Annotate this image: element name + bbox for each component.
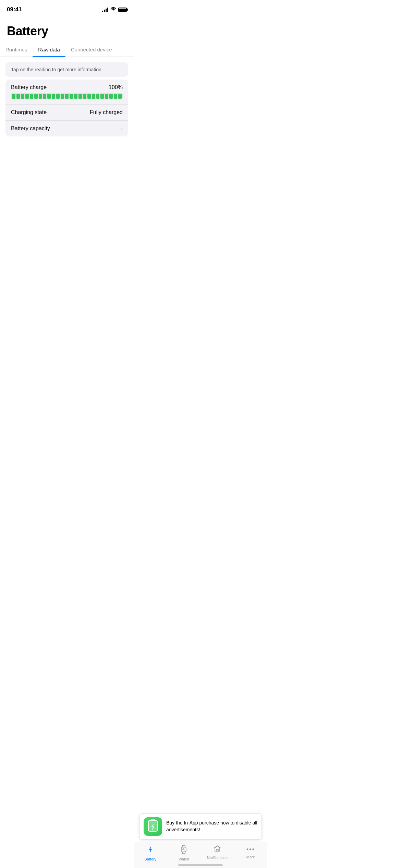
charging-state-label: Charging state [11, 109, 47, 116]
seg10 [52, 94, 55, 99]
seg11 [56, 94, 60, 99]
tab-runtimes[interactable]: Runtimes [0, 43, 33, 57]
chevron-right-icon: › [121, 126, 123, 131]
seg14 [70, 94, 73, 99]
signal-bars-icon [102, 7, 108, 12]
battery-capacity-label: Battery capacity [11, 125, 50, 132]
tab-rawdata[interactable]: Raw data [33, 43, 65, 57]
tab-connecteddevice[interactable]: Connected device [65, 43, 118, 57]
page-title: Battery [7, 24, 127, 38]
seg12 [61, 94, 64, 99]
seg20 [96, 94, 100, 99]
battery-capacity-row[interactable]: Battery capacity › [5, 121, 128, 136]
seg2 [16, 94, 20, 99]
seg21 [100, 94, 104, 99]
seg16 [78, 94, 82, 99]
seg23 [109, 94, 113, 99]
seg6 [34, 94, 38, 99]
seg3 [21, 94, 24, 99]
seg9 [47, 94, 51, 99]
data-card: Battery charge 100% [5, 80, 128, 136]
battery-charge-label: Battery charge [11, 84, 47, 91]
seg22 [105, 94, 108, 99]
tabs-container: Runtimes Raw data Connected device [0, 43, 134, 57]
charging-state-row[interactable]: Charging state Fully charged [5, 105, 128, 121]
battery-charge-row[interactable]: Battery charge 100% [5, 80, 128, 105]
battery-status-icon [118, 8, 127, 12]
seg8 [43, 94, 46, 99]
info-banner-text: Tap on the reading to get more informati… [11, 67, 103, 72]
seg5 [30, 94, 33, 99]
wifi-icon [110, 7, 116, 12]
battery-progress-bar [11, 93, 123, 99]
battery-charge-value: 100% [109, 84, 123, 91]
svg-point-0 [113, 11, 114, 12]
status-bar: 09:41 [0, 0, 134, 17]
seg13 [65, 94, 69, 99]
seg4 [25, 94, 29, 99]
info-banner: Tap on the reading to get more informati… [5, 62, 128, 77]
seg7 [39, 94, 42, 99]
seg17 [83, 94, 86, 99]
seg15 [74, 94, 77, 99]
seg1 [12, 94, 15, 99]
seg24 [114, 94, 117, 99]
seg18 [87, 94, 91, 99]
charging-state-value: Fully charged [90, 109, 123, 116]
content-area: Tap on the reading to get more informati… [0, 57, 134, 136]
seg25 [118, 94, 122, 99]
battery-charge-header: Battery charge 100% [11, 84, 123, 91]
seg19 [92, 94, 95, 99]
page-title-area: Battery [0, 17, 134, 41]
status-icons [102, 7, 127, 12]
status-time: 09:41 [7, 6, 22, 13]
